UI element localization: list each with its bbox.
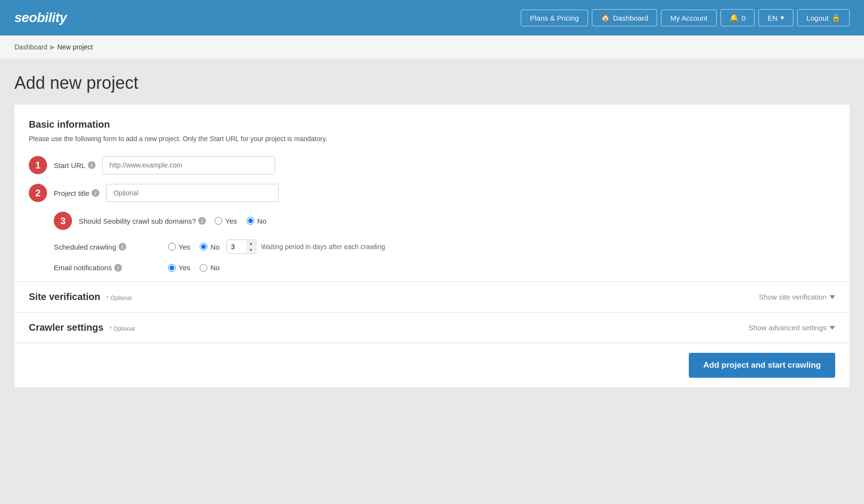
email-no-radio[interactable] [200,264,207,272]
start-url-input[interactable] [102,156,275,174]
start-url-info-icon[interactable]: i [88,161,96,169]
email-yes-radio[interactable] [168,264,176,272]
show-advanced-settings-toggle[interactable]: Show advanced settings [748,324,835,332]
chevron-down-icon [829,295,835,299]
email-radio-group: Yes No [168,264,220,272]
subdomain-yes-radio[interactable] [215,217,222,225]
header: seobility Plans & Pricing 🏠 Dashboard My… [0,0,864,36]
my-account-button[interactable]: My Account [661,10,717,26]
scheduled-info-icon[interactable]: i [119,243,126,251]
section-desc: Please use the following form to add a n… [29,135,835,143]
scheduled-yes-radio[interactable] [168,243,176,251]
email-yes-option[interactable]: Yes [168,264,190,272]
bell-icon: 🔔 [730,13,739,22]
dashboard-button[interactable]: 🏠 Dashboard [592,9,657,26]
logo: seobility [14,10,67,25]
email-row: Email notifications i Yes No [29,264,835,272]
breadcrumb-current: New project [58,43,93,51]
logout-button[interactable]: Logout 🔒 [797,9,850,26]
language-button[interactable]: EN ▾ [758,9,793,26]
main-content: Add new project Basic information Please… [0,59,864,402]
scheduled-radio-group: Yes No [168,243,220,251]
scheduled-days-input[interactable]: 3 [227,240,246,253]
section-title: Basic information [29,119,835,130]
subdomain-no-option[interactable]: No [247,217,266,225]
project-title-input[interactable] [106,184,279,202]
project-title-label: Project title i [54,189,99,197]
breadcrumb: Dashboard ▶ New project [0,36,864,59]
show-site-verification-toggle[interactable]: Show site verification [759,293,835,301]
step-1-badge: 1 [29,156,47,174]
site-verification-section: Site verification * Optional Show site v… [14,281,850,312]
scheduled-label: Scheduled crawling i [54,243,159,251]
subdomain-label: Should Seobility crawl sub domains? i [79,217,206,225]
nav: Plans & Pricing 🏠 Dashboard My Account 🔔… [521,9,850,26]
subdomain-yes-option[interactable]: Yes [215,217,237,225]
home-icon: 🏠 [601,13,610,22]
spinner-down-button[interactable]: ▼ [246,247,256,253]
step-2-badge: 2 [29,184,47,202]
breadcrumb-home[interactable]: Dashboard [14,43,48,51]
lock-icon: 🔒 [831,13,840,22]
subdomain-no-radio[interactable] [247,217,254,225]
submit-button[interactable]: Add project and start crawling [689,353,835,378]
step-3-badge: 3 [54,212,72,230]
scheduled-yes-option[interactable]: Yes [168,243,190,251]
chevron-down-icon [829,326,835,330]
project-title-row: 2 Project title i [29,184,835,202]
start-url-row: 1 Start URL i [29,156,835,174]
site-verification-heading: Site verification * Optional [29,291,132,302]
start-url-label: Start URL i [54,161,96,169]
scheduled-row: Scheduled crawling i Yes No 3 [29,240,835,254]
crawler-settings-heading: Crawler settings * Optional [29,322,135,333]
crawler-settings-section: Crawler settings * Optional Show advance… [14,312,850,343]
spinner-up-button[interactable]: ▲ [246,240,256,247]
chevron-down-icon: ▾ [780,13,784,22]
subdomain-info-icon[interactable]: i [198,217,206,225]
page-title: Add new project [14,73,850,93]
scheduled-no-radio[interactable] [200,243,207,251]
subdomain-radio-group: Yes No [215,217,266,225]
subdomain-row: 3 Should Seobility crawl sub domains? i … [29,212,835,230]
basic-info-section: Basic information Please use the followi… [29,119,835,272]
waiting-label: Waiting period in days after each crawli… [261,243,385,251]
breadcrumb-arrow: ▶ [50,44,55,50]
email-label: Email notifications i [54,264,159,272]
number-spinners: ▲ ▼ [246,240,256,253]
scheduled-no-option[interactable]: No [200,243,219,251]
notifications-button[interactable]: 🔔 0 [720,9,755,26]
plans-pricing-button[interactable]: Plans & Pricing [521,10,588,26]
submit-area: Add project and start crawling [14,343,850,387]
form-card: Basic information Please use the followi… [14,105,850,387]
email-info-icon[interactable]: i [114,264,122,272]
scheduled-days-wrapper: 3 ▲ ▼ [227,240,256,254]
email-no-option[interactable]: No [200,264,219,272]
project-title-info-icon[interactable]: i [92,189,99,197]
